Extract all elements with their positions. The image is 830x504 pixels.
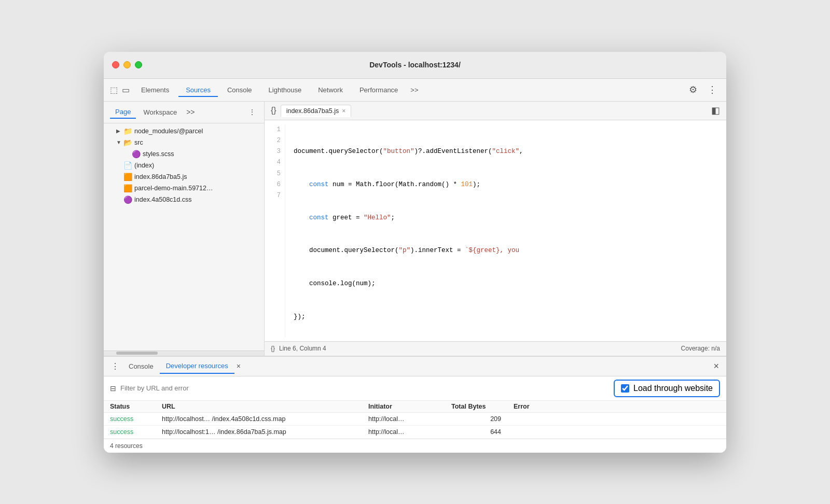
folder-icon: 📂 (123, 138, 132, 147)
scrollbar-thumb[interactable] (116, 352, 158, 355)
bottom-tab-close-button[interactable]: × (234, 361, 243, 371)
editor-file-tab[interactable]: index.86da7ba5.js × (281, 105, 352, 117)
tab-developer-resources[interactable]: Developer resources (160, 359, 234, 374)
coverage-status: Coverage: n/a (681, 345, 720, 352)
tree-item-src[interactable]: ▼ 📂 src (104, 137, 264, 148)
tab-network[interactable]: Network (311, 83, 350, 97)
tab-lighthouse[interactable]: Lighthouse (261, 83, 309, 97)
row1-status: success (110, 415, 162, 423)
filter-bar: ⊟ Load through website (104, 376, 726, 401)
load-through-website-checkbox[interactable] (621, 384, 629, 393)
tree-item-label: (index) (134, 162, 154, 169)
left-panel: Page Workspace >> ⋮ ▶ 📁 node_modules/@pa… (104, 102, 265, 356)
table-row[interactable]: success http://localhost… /index.4a508c1… (104, 413, 726, 426)
tree-item-index-html[interactable]: ▶ 📄 (index) (104, 160, 264, 171)
row1-error (514, 415, 720, 423)
code-line-6: }); (294, 312, 718, 323)
col-bytes: Total Bytes (451, 403, 514, 410)
row1-initiator: http://local… (368, 415, 451, 423)
format-button[interactable]: {} (269, 105, 279, 116)
bottom-panel-close-button[interactable]: × (710, 360, 722, 373)
js-file-icon: 🟧 (123, 184, 132, 192)
line-numbers: 1 2 3 4 5 6 7 (265, 124, 285, 337)
title-bar: DevTools - localhost:1234/ (104, 52, 726, 79)
status-bar: {} Line 6, Column 4 Coverage: n/a (265, 341, 726, 356)
code-editor[interactable]: 1 2 3 4 5 6 7 document.querySelector("bu… (265, 120, 726, 341)
tab-page[interactable]: Page (110, 106, 136, 119)
right-panel: {} index.86da7ba5.js × ◧ 1 2 3 4 5 (265, 102, 726, 356)
tree-item-node-modules[interactable]: ▶ 📁 node_modules/@parcel (104, 125, 264, 137)
code-line-4: document.querySelector("p").innerText = … (294, 245, 718, 256)
editor-file-tab-name: index.86da7ba5.js (286, 107, 339, 115)
row2-bytes: 644 (451, 428, 514, 436)
main-tab-bar: ⬚ ▭ Elements Sources Console Lighthouse … (104, 79, 726, 102)
code-line-3: const greet = "Hello"; (294, 213, 718, 223)
tab-console[interactable]: Console (220, 83, 259, 97)
cursor-position: Line 6, Column 4 (279, 345, 326, 352)
load-through-website-text: Load through website (633, 384, 713, 393)
css-file-icon: 🟣 (123, 195, 132, 204)
filter-icon: ⊟ (110, 384, 116, 393)
bottom-tab-bar-right: × (710, 360, 722, 373)
tab-bar-right: ⚙ ⋮ (686, 82, 720, 97)
bottom-tab-menu-button[interactable]: ⋮ (108, 359, 122, 373)
panel-tab-more[interactable]: >> (184, 106, 197, 118)
maximize-button[interactable] (135, 61, 142, 68)
row2-error (514, 428, 720, 436)
row2-initiator: http://local… (368, 428, 451, 436)
tab-workspace[interactable]: Workspace (138, 106, 182, 118)
window-title: DevTools - localhost:1234/ (369, 61, 461, 69)
resource-table: Status URL Initiator Total Bytes Error s… (104, 401, 726, 439)
tab-console-bottom[interactable]: Console (122, 359, 160, 373)
traffic-lights (112, 61, 142, 68)
tree-item-index-js[interactable]: ▶ 🟧 index.86da7ba5.js (104, 171, 264, 183)
tab-sources[interactable]: Sources (178, 83, 218, 97)
status-right: Coverage: n/a (681, 345, 720, 352)
close-button[interactable] (112, 61, 119, 68)
editor-tab-bar-right: ◧ (709, 104, 722, 117)
col-error: Error (514, 403, 720, 410)
panel-tab-menu[interactable]: ⋮ (246, 106, 258, 118)
minimize-button[interactable] (123, 61, 131, 68)
tree-item-styles-scss[interactable]: ▶ 🟣 styles.scss (104, 148, 264, 160)
editor-tab-close-button[interactable]: × (342, 107, 345, 115)
table-row[interactable]: success http://localhost:1… /index.86da7… (104, 426, 726, 439)
resource-count: 4 resources (104, 439, 726, 453)
code-line-2: const num = Math.floor(Math.random() * 1… (294, 179, 718, 190)
html-file-icon: 📄 (123, 161, 132, 170)
sidebar-toggle-button[interactable]: ◧ (709, 104, 722, 117)
tree-item-label: src (134, 139, 143, 146)
tree-item-label: parcel-demo-main.59712… (134, 185, 213, 192)
load-through-website-label[interactable]: Load through website (614, 380, 720, 397)
col-status: Status (110, 403, 162, 410)
status-left: {} Line 6, Column 4 (271, 345, 326, 352)
col-initiator: Initiator (368, 403, 451, 410)
bottom-panel: ⋮ Console Developer resources × × ⊟ Load… (104, 356, 726, 453)
tree-item-index-css[interactable]: ▶ 🟣 index.4a508c1d.css (104, 194, 264, 205)
tree-item-label: index.4a508c1d.css (134, 196, 192, 203)
format-status-icon: {} (271, 345, 275, 352)
row1-url: http://localhost… /index.4a508c1d.css.ma… (162, 415, 368, 423)
horizontal-scrollbar[interactable] (104, 351, 264, 356)
tree-item-parcel-demo[interactable]: ▶ 🟧 parcel-demo-main.59712… (104, 183, 264, 194)
editor-tab-bar: {} index.86da7ba5.js × ◧ (265, 102, 726, 120)
row1-bytes: 209 (451, 415, 514, 423)
tab-performance[interactable]: Performance (352, 83, 405, 97)
settings-button[interactable]: ⚙ (686, 82, 700, 97)
resource-count-text: 4 resources (110, 442, 143, 450)
tab-elements[interactable]: Elements (134, 83, 176, 97)
row2-url: http://localhost:1… /index.86da7ba5.js.m… (162, 428, 368, 436)
tree-item-label: node_modules/@parcel (134, 128, 203, 135)
filter-input[interactable] (120, 384, 610, 392)
menu-button[interactable]: ⋮ (704, 82, 720, 97)
folder-icon: 📁 (123, 127, 132, 135)
bottom-tab-bar: ⋮ Console Developer resources × × (104, 357, 726, 376)
col-url: URL (162, 403, 368, 410)
tab-more-button[interactable]: >> (407, 84, 421, 96)
row2-status: success (110, 428, 162, 436)
tree-item-label: index.86da7ba5.js (134, 173, 187, 180)
scss-file-icon: 🟣 (132, 150, 141, 158)
inspect-icon: ⬚ (110, 85, 118, 95)
file-tree: ▶ 📁 node_modules/@parcel ▼ 📂 src ▶ 🟣 sty… (104, 123, 264, 351)
tree-arrow: ▶ (116, 128, 121, 134)
